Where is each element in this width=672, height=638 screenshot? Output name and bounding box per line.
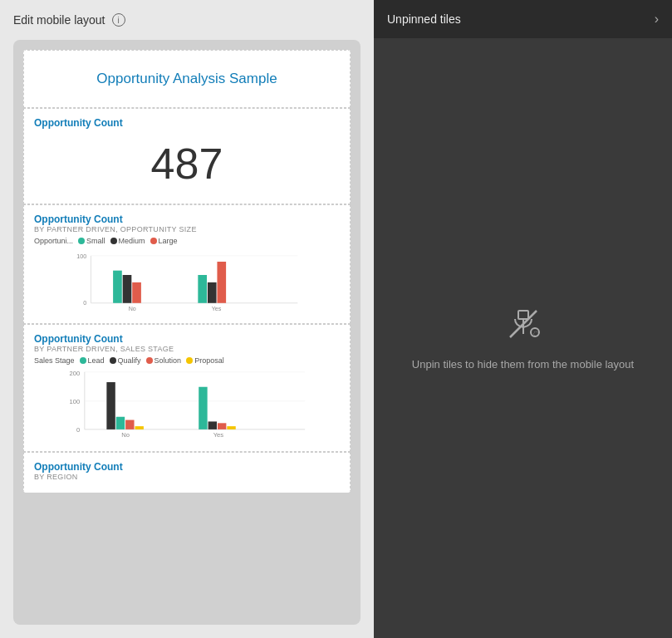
qualify-dot — [110, 357, 116, 364]
svg-text:◌: ◌ — [532, 329, 538, 336]
svg-rect-7 — [132, 282, 141, 303]
left-panel: Edit mobile layout i Opportunity Analysi… — [0, 0, 374, 638]
svg-rect-25 — [199, 387, 207, 429]
svg-text:Yes: Yes — [212, 306, 222, 312]
legend-large: Large — [150, 237, 178, 245]
svg-text:200: 200 — [70, 370, 81, 377]
svg-text:Yes: Yes — [213, 431, 224, 439]
svg-rect-6 — [123, 275, 132, 303]
right-panel: Unpinned tiles › ◌ — [374, 0, 672, 638]
legend-qualify: Qualify — [110, 356, 141, 365]
small-dot — [78, 238, 85, 244]
chart1-legend: Opportuni... Small Medium Large — [34, 237, 340, 245]
svg-rect-9 — [198, 275, 207, 303]
small-label: Small — [86, 237, 105, 245]
qualify-label: Qualify — [118, 356, 141, 365]
chart1-legend-prefix: Opportuni... — [34, 237, 73, 245]
legend-medium: Medium — [110, 237, 145, 245]
solution-dot — [146, 357, 153, 364]
chart2-tile[interactable]: Opportunity Count BY PARTNER DRIVEN, SAL… — [23, 324, 351, 452]
svg-rect-28 — [227, 426, 235, 429]
edit-layout-title: Edit mobile layout — [13, 13, 105, 27]
svg-rect-22 — [125, 420, 134, 429]
chart2-svg: 200 100 0 No Yes — [34, 368, 340, 443]
right-content: ◌ Unpin tiles to hide them from the mobi… — [374, 38, 672, 638]
chart2-legend: Sales Stage Lead Qualify Solution — [34, 356, 340, 365]
svg-rect-23 — [135, 426, 143, 429]
svg-rect-21 — [116, 417, 125, 429]
legend-small: Small — [78, 237, 105, 245]
chart3-subtitle: BY REGION — [34, 473, 340, 481]
solution-label: Solution — [155, 356, 182, 365]
info-icon[interactable]: i — [112, 13, 125, 27]
svg-rect-10 — [208, 282, 217, 303]
unpinned-title: Unpinned tiles — [387, 12, 461, 26]
unpin-icon: ◌ — [503, 304, 543, 344]
count-tile[interactable]: Opportunity Count 487 — [23, 108, 351, 204]
unpin-message: Unpin tiles to hide them from the mobile… — [387, 357, 659, 372]
count-value: 487 — [34, 132, 340, 192]
chart1-subtitle: BY PARTNER DRIVEN, OPPORTUNITY SIZE — [34, 225, 340, 233]
svg-rect-5 — [113, 271, 122, 303]
chart1-svg: 100 0 No Yes — [34, 248, 340, 315]
svg-text:0: 0 — [76, 426, 80, 434]
right-header: Unpinned tiles › — [374, 0, 672, 38]
svg-rect-20 — [106, 382, 115, 429]
svg-rect-27 — [218, 423, 226, 429]
phone-content: Opportunity Analysis Sample Opportunity … — [23, 50, 351, 493]
chart3-title: Opportunity Count — [34, 461, 340, 473]
chart2-subtitle: BY PARTNER DRIVEN, SALES STAGE — [34, 345, 340, 353]
legend-proposal: Proposal — [186, 356, 224, 365]
svg-rect-11 — [217, 262, 226, 303]
chart2-legend-prefix: Sales Stage — [34, 356, 75, 365]
lead-label: Lead — [88, 356, 105, 365]
mobile-frame: Opportunity Analysis Sample Opportunity … — [13, 40, 361, 625]
chart2-area: 200 100 0 No Yes — [34, 368, 340, 443]
count-label: Opportunity Count — [34, 117, 340, 129]
report-title: Opportunity Analysis Sample — [34, 59, 340, 99]
proposal-dot — [186, 357, 193, 364]
svg-rect-30 — [518, 311, 528, 319]
svg-text:100: 100 — [70, 398, 81, 405]
medium-label: Medium — [119, 237, 145, 245]
chart1-area: 100 0 No Yes — [34, 248, 340, 315]
svg-text:100: 100 — [76, 253, 86, 260]
title-tile[interactable]: Opportunity Analysis Sample — [23, 50, 351, 108]
svg-rect-26 — [208, 421, 217, 429]
left-header: Edit mobile layout i — [13, 13, 361, 27]
svg-text:No: No — [129, 306, 136, 312]
chart1-title: Opportunity Count — [34, 213, 340, 225]
medium-dot — [110, 238, 117, 244]
unpin-icon-wrap: ◌ — [503, 304, 543, 344]
large-label: Large — [159, 237, 178, 245]
chevron-right-icon[interactable]: › — [655, 12, 659, 27]
large-dot — [150, 238, 157, 244]
chart1-tile[interactable]: Opportunity Count BY PARTNER DRIVEN, OPP… — [23, 204, 351, 324]
legend-lead: Lead — [80, 356, 105, 365]
svg-text:0: 0 — [83, 300, 86, 307]
lead-dot — [80, 357, 86, 364]
proposal-label: Proposal — [194, 356, 224, 365]
chart2-title: Opportunity Count — [34, 333, 340, 345]
legend-solution: Solution — [146, 356, 182, 365]
svg-text:No: No — [121, 431, 130, 439]
chart3-tile[interactable]: Opportunity Count BY REGION — [23, 452, 351, 493]
